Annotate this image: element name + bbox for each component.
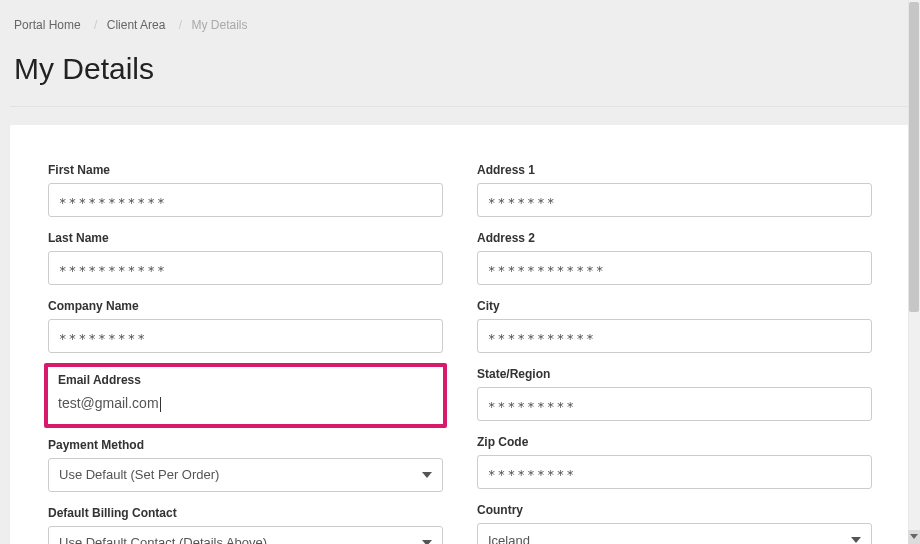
billing-contact-label: Default Billing Contact [48, 506, 443, 520]
state-label: State/Region [477, 367, 872, 381]
zip-input[interactable] [477, 455, 872, 489]
breadcrumb-sep: / [179, 18, 182, 32]
company-name-input[interactable] [48, 319, 443, 353]
payment-method-select[interactable]: Use Default (Set Per Order) [48, 458, 443, 492]
scrollbar-track[interactable] [908, 0, 920, 544]
address2-label: Address 2 [477, 231, 872, 245]
payment-method-group: Payment Method Use Default (Set Per Orde… [48, 438, 443, 492]
right-column: Address 1 Address 2 City State/Region Zi [477, 163, 872, 544]
left-column: First Name Last Name Company Name Email … [48, 163, 443, 544]
state-group: State/Region [477, 367, 872, 421]
address1-label: Address 1 [477, 163, 872, 177]
last-name-label: Last Name [48, 231, 443, 245]
scrollbar-thumb[interactable] [909, 2, 919, 312]
scrollbar-down-button[interactable] [908, 530, 920, 544]
breadcrumb-portal-home[interactable]: Portal Home [14, 18, 81, 32]
last-name-input[interactable] [48, 251, 443, 285]
address1-input[interactable] [477, 183, 872, 217]
breadcrumb-sep: / [94, 18, 97, 32]
email-highlight: Email Address test@gmail.com [44, 363, 447, 428]
country-select[interactable]: Iceland [477, 523, 872, 544]
first-name-input[interactable] [48, 183, 443, 217]
country-group: Country Iceland [477, 503, 872, 544]
breadcrumb: Portal Home / Client Area / My Details [10, 0, 910, 44]
company-name-group: Company Name [48, 299, 443, 353]
billing-contact-group: Default Billing Contact Use Default Cont… [48, 506, 443, 544]
email-label: Email Address [58, 373, 433, 387]
chevron-down-icon [910, 534, 918, 540]
address2-group: Address 2 [477, 231, 872, 285]
breadcrumb-current: My Details [191, 18, 247, 32]
first-name-label: First Name [48, 163, 443, 177]
payment-method-label: Payment Method [48, 438, 443, 452]
city-input[interactable] [477, 319, 872, 353]
company-name-label: Company Name [48, 299, 443, 313]
address2-input[interactable] [477, 251, 872, 285]
first-name-group: First Name [48, 163, 443, 217]
zip-label: Zip Code [477, 435, 872, 449]
last-name-group: Last Name [48, 231, 443, 285]
email-text: test@gmail.com [58, 395, 159, 411]
page-title: My Details [10, 44, 910, 107]
city-group: City [477, 299, 872, 353]
breadcrumb-client-area[interactable]: Client Area [107, 18, 166, 32]
details-card: First Name Last Name Company Name Email … [10, 125, 910, 544]
email-input[interactable]: test@gmail.com [58, 393, 433, 414]
zip-group: Zip Code [477, 435, 872, 489]
text-cursor [160, 397, 161, 412]
billing-contact-select[interactable]: Use Default Contact (Details Above) [48, 526, 443, 544]
city-label: City [477, 299, 872, 313]
address1-group: Address 1 [477, 163, 872, 217]
country-label: Country [477, 503, 872, 517]
state-input[interactable] [477, 387, 872, 421]
